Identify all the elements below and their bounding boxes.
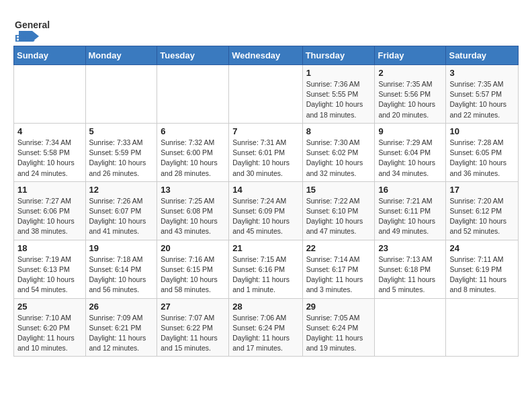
weekday-header-cell: Sunday <box>14 46 86 65</box>
weekday-header-cell: Thursday <box>302 46 375 65</box>
weekday-header-cell: Tuesday <box>157 46 229 65</box>
weekday-header-cell: Friday <box>375 46 446 65</box>
calendar-week-row: 25Sunrise: 7:10 AM Sunset: 6:20 PM Dayli… <box>14 298 519 357</box>
day-number: 29 <box>306 302 371 312</box>
calendar-day-cell: 14Sunrise: 7:24 AM Sunset: 6:09 PM Dayli… <box>229 181 302 240</box>
calendar-day-cell: 20Sunrise: 7:16 AM Sunset: 6:15 PM Dayli… <box>157 240 229 298</box>
day-info: Sunrise: 7:36 AM Sunset: 5:55 PM Dayligh… <box>306 79 371 120</box>
day-info: Sunrise: 7:11 AM Sunset: 6:19 PM Dayligh… <box>449 255 515 295</box>
day-number: 10 <box>449 126 515 136</box>
calendar-day-cell: 28Sunrise: 7:06 AM Sunset: 6:24 PM Dayli… <box>229 298 302 357</box>
calendar-day-cell: 16Sunrise: 7:21 AM Sunset: 6:11 PM Dayli… <box>375 181 446 240</box>
calendar-day-cell: 2Sunrise: 7:35 AM Sunset: 5:56 PM Daylig… <box>375 65 446 124</box>
calendar-day-cell: 29Sunrise: 7:05 AM Sunset: 6:24 PM Dayli… <box>302 298 375 357</box>
calendar-week-row: 11Sunrise: 7:27 AM Sunset: 6:06 PM Dayli… <box>14 181 519 240</box>
calendar-day-cell: 7Sunrise: 7:31 AM Sunset: 6:01 PM Daylig… <box>229 123 302 181</box>
calendar-day-cell: 22Sunrise: 7:14 AM Sunset: 6:17 PM Dayli… <box>302 240 375 298</box>
day-number: 12 <box>89 185 154 195</box>
calendar-day-cell: 21Sunrise: 7:15 AM Sunset: 6:16 PM Dayli… <box>229 240 302 298</box>
day-number: 22 <box>306 243 371 253</box>
day-info: Sunrise: 7:24 AM Sunset: 6:09 PM Dayligh… <box>232 196 298 237</box>
calendar-body: 1Sunrise: 7:36 AM Sunset: 5:55 PM Daylig… <box>14 65 519 357</box>
day-number: 21 <box>232 243 298 253</box>
calendar-day-cell <box>446 298 519 357</box>
day-number: 2 <box>378 68 442 78</box>
day-number: 20 <box>161 243 225 253</box>
day-info: Sunrise: 7:18 AM Sunset: 6:14 PM Dayligh… <box>89 255 154 295</box>
day-info: Sunrise: 7:35 AM Sunset: 5:57 PM Dayligh… <box>449 79 515 120</box>
day-number: 3 <box>449 68 515 78</box>
day-number: 11 <box>17 185 82 195</box>
calendar-day-cell: 8Sunrise: 7:30 AM Sunset: 6:02 PM Daylig… <box>302 123 375 181</box>
calendar-day-cell <box>85 65 157 124</box>
calendar-day-cell <box>229 65 302 124</box>
day-number: 23 <box>378 243 442 253</box>
calendar-day-cell: 27Sunrise: 7:07 AM Sunset: 6:22 PM Dayli… <box>157 298 229 357</box>
day-info: Sunrise: 7:27 AM Sunset: 6:06 PM Dayligh… <box>17 196 82 237</box>
day-number: 6 <box>161 126 225 136</box>
day-info: Sunrise: 7:06 AM Sunset: 6:24 PM Dayligh… <box>232 313 298 354</box>
calendar-day-cell: 6Sunrise: 7:32 AM Sunset: 6:00 PM Daylig… <box>157 123 229 181</box>
calendar-day-cell: 26Sunrise: 7:09 AM Sunset: 6:21 PM Dayli… <box>85 298 157 357</box>
day-number: 17 <box>449 185 515 195</box>
calendar-day-cell: 17Sunrise: 7:20 AM Sunset: 6:12 PM Dayli… <box>446 181 519 240</box>
calendar-day-cell: 5Sunrise: 7:33 AM Sunset: 5:59 PM Daylig… <box>85 123 157 181</box>
svg-text:Blue: Blue <box>15 33 36 43</box>
day-info: Sunrise: 7:32 AM Sunset: 6:00 PM Dayligh… <box>161 138 225 179</box>
day-info: Sunrise: 7:19 AM Sunset: 6:13 PM Dayligh… <box>17 255 82 295</box>
day-number: 9 <box>378 126 442 136</box>
day-info: Sunrise: 7:13 AM Sunset: 6:18 PM Dayligh… <box>378 255 442 295</box>
day-info: Sunrise: 7:22 AM Sunset: 6:10 PM Dayligh… <box>306 196 371 237</box>
calendar-week-row: 1Sunrise: 7:36 AM Sunset: 5:55 PM Daylig… <box>14 65 519 124</box>
day-info: Sunrise: 7:07 AM Sunset: 6:22 PM Dayligh… <box>161 313 225 354</box>
day-number: 1 <box>306 68 371 78</box>
calendar-week-row: 4Sunrise: 7:34 AM Sunset: 5:58 PM Daylig… <box>14 123 519 181</box>
calendar-day-cell: 18Sunrise: 7:19 AM Sunset: 6:13 PM Dayli… <box>14 240 86 298</box>
day-info: Sunrise: 7:09 AM Sunset: 6:21 PM Dayligh… <box>89 313 154 354</box>
calendar-day-cell: 12Sunrise: 7:26 AM Sunset: 6:07 PM Dayli… <box>85 181 157 240</box>
logo: General Blue <box>13 16 87 46</box>
day-number: 24 <box>449 243 515 253</box>
weekday-header-cell: Monday <box>85 46 157 65</box>
day-info: Sunrise: 7:20 AM Sunset: 6:12 PM Dayligh… <box>449 196 515 237</box>
day-number: 15 <box>306 185 371 195</box>
calendar-day-cell: 10Sunrise: 7:28 AM Sunset: 6:05 PM Dayli… <box>446 123 519 181</box>
day-number: 28 <box>232 302 298 312</box>
weekday-header-cell: Saturday <box>446 46 519 65</box>
calendar-day-cell: 25Sunrise: 7:10 AM Sunset: 6:20 PM Dayli… <box>14 298 86 357</box>
day-number: 14 <box>232 185 298 195</box>
day-info: Sunrise: 7:16 AM Sunset: 6:15 PM Dayligh… <box>161 255 225 295</box>
day-info: Sunrise: 7:28 AM Sunset: 6:05 PM Dayligh… <box>449 138 515 179</box>
day-number: 18 <box>17 243 82 253</box>
calendar-day-cell: 4Sunrise: 7:34 AM Sunset: 5:58 PM Daylig… <box>14 123 86 181</box>
calendar-day-cell: 15Sunrise: 7:22 AM Sunset: 6:10 PM Dayli… <box>302 181 375 240</box>
weekday-header-cell: Wednesday <box>229 46 302 65</box>
day-number: 4 <box>17 126 82 136</box>
calendar-day-cell <box>375 298 446 357</box>
day-info: Sunrise: 7:10 AM Sunset: 6:20 PM Dayligh… <box>17 313 82 354</box>
day-info: Sunrise: 7:29 AM Sunset: 6:04 PM Dayligh… <box>378 138 442 179</box>
calendar-day-cell: 13Sunrise: 7:25 AM Sunset: 6:08 PM Dayli… <box>157 181 229 240</box>
calendar-day-cell: 24Sunrise: 7:11 AM Sunset: 6:19 PM Dayli… <box>446 240 519 298</box>
day-info: Sunrise: 7:21 AM Sunset: 6:11 PM Dayligh… <box>378 196 442 237</box>
day-number: 27 <box>161 302 225 312</box>
calendar-table: SundayMondayTuesdayWednesdayThursdayFrid… <box>13 46 519 357</box>
day-info: Sunrise: 7:25 AM Sunset: 6:08 PM Dayligh… <box>161 196 225 237</box>
calendar-day-cell: 23Sunrise: 7:13 AM Sunset: 6:18 PM Dayli… <box>375 240 446 298</box>
calendar-day-cell: 1Sunrise: 7:36 AM Sunset: 5:55 PM Daylig… <box>302 65 375 124</box>
day-number: 8 <box>306 126 371 136</box>
calendar-day-cell <box>14 65 86 124</box>
calendar-day-cell: 11Sunrise: 7:27 AM Sunset: 6:06 PM Dayli… <box>14 181 86 240</box>
calendar-day-cell: 19Sunrise: 7:18 AM Sunset: 6:14 PM Dayli… <box>85 240 157 298</box>
day-info: Sunrise: 7:35 AM Sunset: 5:56 PM Dayligh… <box>378 79 442 120</box>
day-number: 19 <box>89 243 154 253</box>
day-info: Sunrise: 7:14 AM Sunset: 6:17 PM Dayligh… <box>306 255 371 295</box>
day-number: 16 <box>378 185 442 195</box>
day-number: 13 <box>161 185 225 195</box>
calendar-day-cell: 3Sunrise: 7:35 AM Sunset: 5:57 PM Daylig… <box>446 65 519 124</box>
calendar-day-cell: 9Sunrise: 7:29 AM Sunset: 6:04 PM Daylig… <box>375 123 446 181</box>
calendar-day-cell <box>157 65 229 124</box>
day-number: 25 <box>17 302 82 312</box>
day-number: 7 <box>232 126 298 136</box>
day-info: Sunrise: 7:31 AM Sunset: 6:01 PM Dayligh… <box>232 138 298 179</box>
